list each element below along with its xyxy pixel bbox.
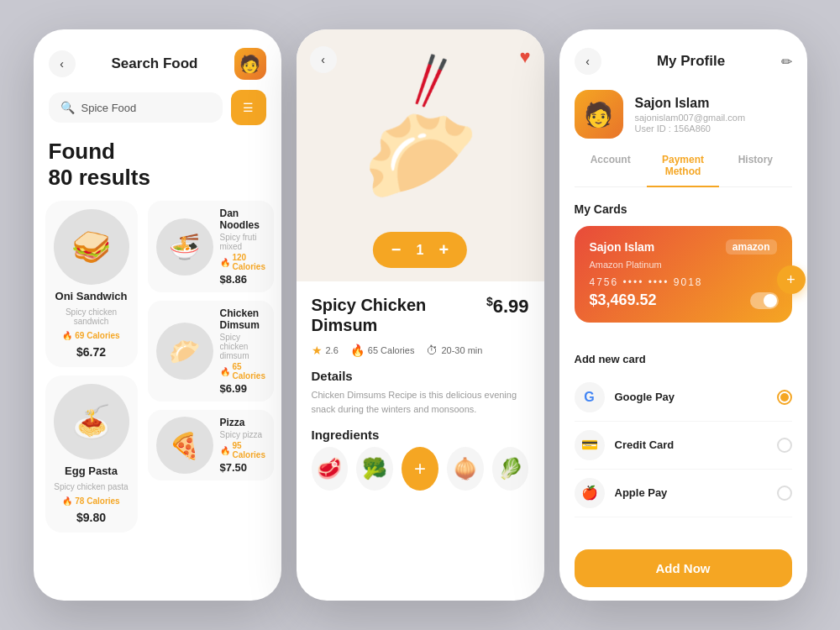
card-top: Sajon Islam amazon — [590, 239, 777, 255]
card-number: 4756 •••• •••• 9018 — [590, 276, 777, 288]
food-name: Pizza — [220, 417, 265, 428]
ingredient-item: 🥬 — [492, 447, 529, 491]
card-brand: amazon — [726, 239, 777, 255]
apple-pay-icon: 🍎 — [575, 478, 605, 508]
rating-meta: ★ 2.6 — [312, 344, 339, 357]
list-item[interactable]: 🍜 Dan Noodles Spicy fruti mixed 🔥 120 Ca… — [148, 201, 274, 292]
food-detail-screen: 🥟 🥢 ‹ ♥ − 1 + Spicy Chicken Dimsum $6.99… — [297, 29, 544, 601]
search-bar: 🔍 Spice Food ☰ — [49, 90, 266, 125]
credit-card-radio[interactable] — [777, 438, 792, 453]
favorite-button[interactable]: ♥ — [519, 46, 530, 68]
profile-title: My Profile — [657, 53, 725, 70]
currency-symbol: $ — [486, 295, 493, 308]
food-info: Chicken Dimsum Spicy chicken dimsum 🔥 65… — [220, 307, 265, 395]
food-price: $6.72 — [76, 345, 106, 359]
google-pay-option[interactable]: G Google Pay — [575, 374, 792, 422]
calories-badge: 🔥 120 Calories — [220, 253, 265, 271]
food-image: 🍜 — [156, 218, 213, 276]
apple-pay-radio[interactable] — [777, 486, 792, 501]
list-item[interactable]: 🥪 Oni Sandwich Spicy chicken sandwich 🔥 … — [45, 201, 138, 367]
card-balance: $3,469.52 — [590, 291, 777, 309]
list-item[interactable]: 🍝 Egg Pasta Spicy chicken pasta 🔥 78 Cal… — [45, 375, 138, 533]
food-name: Oni Sandwich — [55, 290, 128, 302]
calories-meta: 🔥 65 Calories — [350, 344, 415, 357]
food-meta: ★ 2.6 🔥 65 Calories ⏱ 20-30 min — [312, 344, 529, 357]
filter-icon: ☰ — [243, 101, 254, 114]
food-name: Dan Noodles — [220, 207, 265, 231]
add-new-card-title: Add new card — [575, 353, 792, 365]
details-title: Details — [312, 369, 529, 383]
food-sub: Spicy pizza — [220, 430, 265, 439]
increase-qty-button[interactable]: + — [438, 240, 449, 260]
credit-card: Sajon Islam amazon Amazon Platinum 4756 … — [575, 226, 792, 323]
back-button[interactable]: ‹ — [575, 48, 601, 75]
list-item[interactable]: 🍕 Pizza Spicy pizza 🔥 95 Calories $7.50 — [148, 410, 274, 480]
edit-icon[interactable]: ✏ — [781, 54, 792, 70]
decrease-qty-button[interactable]: − — [391, 240, 402, 260]
card-type: Amazon Platinum — [590, 260, 777, 270]
user-name: Sajon Islam — [635, 96, 746, 111]
food-sub: Spicy chicken sandwich — [54, 307, 129, 326]
flame-icon: 🔥 — [220, 258, 230, 267]
search-input-wrap[interactable]: 🔍 Spice Food — [49, 92, 223, 123]
apple-pay-label: Apple Pay — [615, 486, 767, 499]
back-icon: ‹ — [60, 57, 64, 71]
tab-payment-method[interactable]: Payment Method — [647, 154, 719, 187]
flame-icon: 🔥 — [62, 331, 72, 340]
add-card-button[interactable]: + — [777, 265, 806, 294]
profile-header: ‹ My Profile ✏ — [575, 48, 792, 75]
food-image: 🥪 — [54, 209, 129, 285]
back-button[interactable]: ‹ — [310, 46, 337, 73]
food-list: 🥪 Oni Sandwich Spicy chicken sandwich 🔥 … — [34, 201, 281, 533]
add-ingredient-button[interactable]: + — [402, 447, 438, 491]
food-name: Egg Pasta — [65, 465, 118, 477]
search-value: Spice Food — [81, 102, 137, 114]
calories-badge: 🔥 78 Calories — [62, 496, 119, 506]
google-pay-radio[interactable] — [777, 390, 792, 405]
back-icon: ‹ — [321, 53, 325, 66]
food-emoji: 🥟 — [363, 102, 478, 210]
tab-history[interactable]: History — [719, 154, 791, 186]
card-holder-name: Sajon Islam — [590, 240, 655, 254]
user-email: sajonislam007@gmail.com — [635, 113, 746, 123]
flame-icon: 🔥 — [220, 367, 230, 376]
food-info: Pizza Spicy pizza 🔥 95 Calories $7.50 — [220, 417, 265, 474]
credit-card-option[interactable]: 💳 Credit Card — [575, 422, 792, 470]
food-hero-image: 🥟 🥢 ‹ ♥ − 1 + — [297, 29, 544, 281]
tab-account[interactable]: Account — [575, 154, 647, 186]
search-icon: 🔍 — [60, 101, 75, 114]
food-list-right: 🍜 Dan Noodles Spicy fruti mixed 🔥 120 Ca… — [148, 201, 274, 533]
radio-inner — [780, 393, 789, 402]
food-info: Dan Noodles Spicy fruti mixed 🔥 120 Calo… — [220, 207, 265, 286]
quantity-control: − 1 + — [373, 232, 467, 268]
my-cards-title: My Cards — [575, 202, 792, 216]
food-price: $6.99 — [220, 382, 265, 395]
calories-badge: 🔥 65 Calories — [220, 362, 265, 381]
list-item[interactable]: 🥟 Chicken Dimsum Spicy chicken dimsum 🔥 … — [148, 301, 274, 402]
food-price: $7.50 — [220, 461, 265, 474]
filter-button[interactable]: ☰ — [231, 90, 266, 125]
time-meta: ⏱ 20-30 min — [426, 344, 482, 357]
ingredient-item: 🧅 — [447, 447, 484, 491]
food-sub: Spicy chicken pasta — [54, 482, 128, 491]
food-price: $9.80 — [76, 511, 106, 524]
my-profile-screen: ‹ My Profile ✏ 🧑 Sajon Islam sajonislam0… — [559, 29, 807, 601]
food-name: Spicy Chicken Dimsum — [312, 295, 486, 335]
add-now-button[interactable]: Add Now — [575, 549, 792, 587]
food-description: Chicken Dimsums Recipe is this delicious… — [312, 388, 529, 416]
back-icon: ‹ — [585, 55, 590, 68]
card-toggle[interactable] — [750, 292, 779, 309]
flame-icon: 🔥 — [62, 496, 72, 506]
star-icon: ★ — [312, 344, 323, 357]
card-container: Sajon Islam amazon Amazon Platinum 4756 … — [575, 226, 792, 334]
flame-icon: 🔥 — [350, 344, 365, 357]
results-heading: Found 80 results — [34, 139, 281, 201]
food-price: $8.86 — [220, 273, 265, 286]
food-title-row: Spicy Chicken Dimsum $6.99 — [312, 295, 529, 335]
apple-pay-option[interactable]: 🍎 Apple Pay — [575, 470, 792, 517]
food-image: 🍕 — [156, 417, 213, 474]
food-sub: Spicy chicken dimsum — [220, 333, 265, 360]
ingredients-title: Ingredients — [312, 428, 529, 442]
user-avatar[interactable]: 🧑 — [234, 48, 266, 80]
back-button[interactable]: ‹ — [49, 50, 76, 77]
